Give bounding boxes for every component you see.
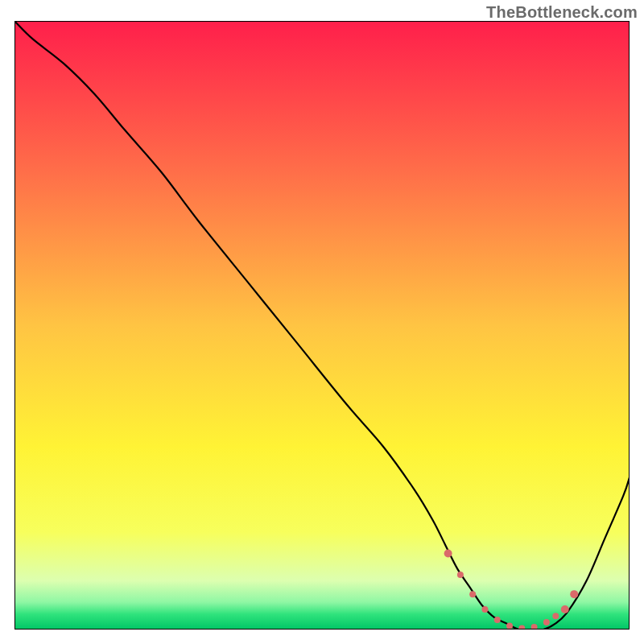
optimal-marker — [469, 591, 476, 597]
optimal-marker — [552, 613, 559, 619]
optimal-marker — [457, 572, 464, 578]
optimal-marker — [543, 619, 550, 625]
optimal-marker — [561, 605, 569, 613]
optimal-marker — [444, 550, 452, 558]
chart-svg — [14, 21, 630, 630]
optimal-marker — [481, 606, 488, 613]
optimal-marker — [570, 590, 578, 598]
optimal-marker — [506, 622, 513, 629]
bottleneck-chart — [14, 21, 630, 630]
chart-background-gradient — [14, 21, 630, 630]
optimal-marker — [494, 617, 501, 623]
watermark-text: TheBottleneck.com — [486, 3, 638, 22]
